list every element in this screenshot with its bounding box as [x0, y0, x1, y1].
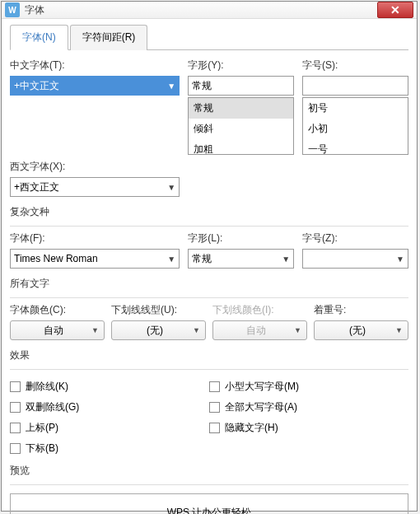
- checkbox-icon: [10, 381, 21, 392]
- style-option[interactable]: 加粗: [189, 139, 293, 155]
- app-icon: W: [5, 2, 20, 17]
- dropdown-arrow-icon: ▼: [396, 255, 404, 264]
- en-font-combo[interactable]: +西文正文 ▼: [10, 177, 180, 197]
- size-listbox[interactable]: 初号 小初 一号: [302, 97, 408, 155]
- color-label: 字体颜色(C):: [10, 303, 105, 317]
- dialog-body: 字体(N) 字符间距(R) 中文字体(T): +中文正文 ▼ 字形(Y): 常规: [2, 19, 417, 514]
- en-font-label: 西文字体(X):: [10, 160, 180, 174]
- style-option[interactable]: 常规: [189, 98, 293, 119]
- cb-all-caps[interactable]: 全部大写字母(A): [209, 400, 408, 414]
- emphasis-value: (无): [320, 324, 395, 338]
- checkbox-icon: [10, 423, 21, 433]
- size-option[interactable]: 一号: [303, 139, 408, 155]
- preview-box: WPS 让办公更轻松: [10, 493, 408, 514]
- tabs: 字体(N) 字符间距(R): [10, 24, 408, 50]
- underline-value: (无): [117, 324, 193, 338]
- cb-strike[interactable]: 删除线(K): [10, 380, 209, 394]
- emphasis-label: 着重号:: [314, 303, 408, 317]
- checkbox-icon: [10, 443, 21, 454]
- cb-subscript[interactable]: 下标(B): [10, 442, 209, 456]
- font-dialog: W 字体 ✕ 字体(N) 字符间距(R) 中文字体(T): +中文正文 ▼ 字形…: [1, 1, 418, 512]
- dropdown-arrow-icon: ▼: [294, 326, 301, 334]
- cb-hidden[interactable]: 隐藏文字(H): [209, 421, 408, 435]
- underline-label: 下划线线型(U):: [111, 303, 206, 317]
- complex-style-label: 字形(L):: [188, 231, 294, 245]
- cb-superscript[interactable]: 上标(P): [10, 421, 209, 435]
- color-value: 自动: [16, 324, 91, 338]
- size-option[interactable]: 小初: [303, 119, 408, 139]
- cn-font-combo[interactable]: +中文正文 ▼: [10, 76, 180, 96]
- window-title: 字体: [25, 3, 377, 17]
- complex-style-value: 常规: [192, 252, 212, 266]
- style-label: 字形(Y):: [188, 58, 294, 72]
- emphasis-combo[interactable]: (无) ▼: [314, 320, 408, 340]
- preview-title: 预览: [10, 464, 408, 478]
- underline-combo[interactable]: (无) ▼: [111, 320, 206, 340]
- complex-font-combo[interactable]: Times New Roman ▼: [10, 249, 180, 269]
- cn-font-label: 中文字体(T):: [10, 58, 180, 72]
- style-option[interactable]: 倾斜: [189, 119, 293, 139]
- dropdown-arrow-icon: ▼: [282, 255, 290, 264]
- close-button[interactable]: ✕: [377, 2, 413, 18]
- complex-size-combo[interactable]: ▼: [302, 249, 408, 269]
- complex-size-label: 字号(Z):: [302, 231, 408, 245]
- size-label: 字号(S):: [302, 58, 408, 72]
- ucolor-label: 下划线颜色(I):: [212, 303, 307, 317]
- titlebar: W 字体 ✕: [2, 2, 417, 19]
- tab-spacing[interactable]: 字符间距(R): [70, 25, 148, 50]
- dropdown-arrow-icon: ▼: [167, 82, 175, 91]
- size-option[interactable]: 初号: [303, 98, 408, 119]
- ucolor-value: 自动: [218, 324, 294, 338]
- checkbox-icon: [209, 381, 220, 392]
- complex-font-label: 字体(F):: [10, 231, 180, 245]
- alltext-title: 所有文字: [10, 277, 408, 291]
- tab-font[interactable]: 字体(N): [10, 25, 68, 50]
- en-font-value: +西文正文: [14, 180, 59, 194]
- size-input[interactable]: [302, 76, 408, 96]
- cb-small-caps[interactable]: 小型大写字母(M): [209, 380, 408, 394]
- preview-text: WPS 让办公更轻松: [167, 506, 252, 515]
- color-combo[interactable]: 自动 ▼: [10, 320, 105, 340]
- effects-title: 效果: [10, 348, 408, 362]
- dropdown-arrow-icon: ▼: [167, 255, 175, 264]
- complex-title: 复杂文种: [10, 205, 408, 219]
- style-input[interactable]: 常规: [188, 76, 294, 96]
- style-listbox[interactable]: 常规 倾斜 加粗: [188, 97, 294, 155]
- checkbox-icon: [209, 423, 220, 433]
- dropdown-arrow-icon: ▼: [91, 326, 99, 334]
- dropdown-arrow-icon: ▼: [167, 183, 175, 192]
- ucolor-combo: 自动 ▼: [212, 320, 307, 340]
- cb-double-strike[interactable]: 双删除线(G): [10, 400, 209, 414]
- complex-style-combo[interactable]: 常规 ▼: [188, 249, 294, 269]
- complex-font-value: Times New Roman: [14, 253, 98, 264]
- dropdown-arrow-icon: ▼: [395, 326, 403, 334]
- cn-font-value: +中文正文: [14, 79, 59, 93]
- checkbox-icon: [10, 402, 21, 413]
- dropdown-arrow-icon: ▼: [193, 326, 200, 334]
- checkbox-icon: [209, 402, 220, 413]
- style-value: 常规: [192, 79, 212, 93]
